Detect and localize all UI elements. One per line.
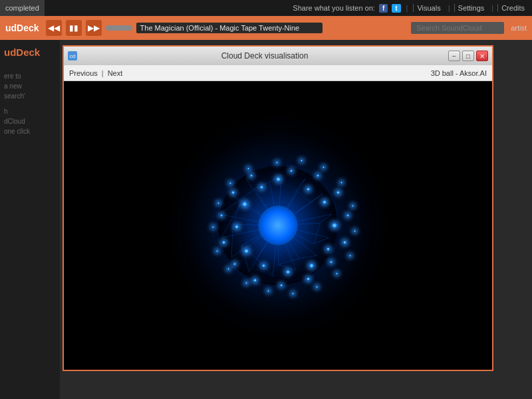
viz-node: [307, 188, 310, 191]
viz-node: [260, 186, 263, 189]
credits-link[interactable]: Credits: [497, 4, 528, 12]
viz-node: [276, 162, 278, 164]
settings-link[interactable]: Settings: [454, 4, 488, 12]
viz-node: [220, 214, 223, 217]
track-info: The Magician (Official) - Magic Tape Twe…: [136, 23, 323, 33]
viz-node: [212, 226, 214, 228]
viz-window-icon: cd: [68, 51, 77, 61]
viz-node: [227, 268, 229, 270]
viz-node: [343, 241, 346, 244]
viz-node: [222, 241, 225, 244]
viz-node: [247, 168, 249, 170]
facebook-button[interactable]: f: [379, 4, 388, 13]
viz-node: [352, 205, 354, 207]
viz-node: [292, 293, 294, 295]
viz-node: [349, 255, 351, 257]
viz-node: [336, 273, 338, 275]
viz-node: [346, 214, 349, 217]
viz-node: [330, 261, 332, 263]
viz-node: [354, 230, 356, 232]
viz-node: [262, 264, 265, 267]
viz-node: [235, 225, 239, 229]
viz-node: [216, 250, 218, 252]
nav-separator: |: [102, 69, 104, 77]
share-text: Share what you listen on:: [293, 4, 375, 12]
viz-titlebar: cd Cloud Deck visualisation − □ ✕: [64, 47, 492, 65]
viz-node: [276, 177, 281, 182]
viz-info-label: 3D ball - Aksor.AI: [431, 69, 487, 77]
viz-toolbar: Previous | Next 3D ball - Aksor.AI: [64, 65, 492, 81]
next-button[interactable]: ▶▶: [86, 20, 102, 36]
top-bar: completed Share what you listen on: f t …: [0, 0, 532, 16]
sidebar-logo: udDeck: [4, 47, 56, 58]
viz-canvas: [64, 81, 492, 370]
viz-node: [307, 277, 310, 281]
viz-node: [317, 174, 319, 177]
viz-node: [332, 223, 337, 228]
sidebar-text-2: h dCloud one click: [4, 106, 56, 136]
player-bar: udDeck ◀◀ ▮▮ ▶▶ The Magician (Official) …: [0, 16, 532, 40]
viz-node: [323, 166, 325, 168]
completed-label: completed: [0, 0, 45, 16]
viz-node: [242, 201, 247, 207]
sidebar-text-1: ere to a new search': [4, 71, 56, 101]
twitter-button[interactable]: t: [392, 4, 400, 13]
viz-node: [231, 191, 235, 194]
progress-bar[interactable]: [106, 25, 132, 31]
close-button[interactable]: ✕: [476, 51, 488, 61]
pause-button[interactable]: ▮▮: [66, 20, 82, 36]
glow-core: [258, 205, 298, 245]
viz-node: [267, 290, 269, 292]
minimize-button[interactable]: −: [448, 51, 460, 61]
viz-node: [253, 279, 257, 282]
artist-label: artist: [511, 24, 527, 32]
search-input[interactable]: [411, 22, 504, 34]
share-bar: Share what you listen on: f t | Visuals …: [293, 4, 532, 13]
viz-node: [336, 191, 340, 194]
sidebar: udDeck ere to a new search' h dCloud one…: [0, 40, 60, 399]
viz-node: [316, 286, 318, 288]
viz-node: [340, 182, 342, 184]
viz-node: [286, 270, 290, 274]
viz-node: [280, 284, 283, 287]
maximize-button[interactable]: □: [462, 51, 474, 61]
svg-line-58: [212, 203, 217, 224]
viz-node: [233, 263, 236, 265]
player-logo: udDeck: [5, 23, 39, 33]
viz-node: [245, 282, 247, 284]
viz-node: [217, 202, 219, 204]
viz-node: [250, 174, 253, 177]
viz-window-controls: − □ ✕: [448, 51, 488, 61]
viz-node: [323, 200, 327, 204]
viz-node: [290, 170, 293, 172]
viz-window: cd Cloud Deck visualisation − □ ✕ Previo…: [63, 45, 493, 371]
next-link[interactable]: Next: [108, 69, 123, 77]
visuals-link[interactable]: Visuals: [413, 4, 444, 12]
ball-visualization: [205, 152, 351, 299]
prev-button[interactable]: ◀◀: [46, 20, 62, 36]
viz-node: [309, 263, 314, 268]
viz-title: Cloud Deck visualisation: [81, 51, 448, 61]
viz-node: [327, 247, 330, 251]
viz-node: [229, 182, 231, 184]
viz-node: [301, 160, 303, 162]
previous-link[interactable]: Previous: [69, 69, 98, 77]
viz-node: [244, 249, 249, 253]
